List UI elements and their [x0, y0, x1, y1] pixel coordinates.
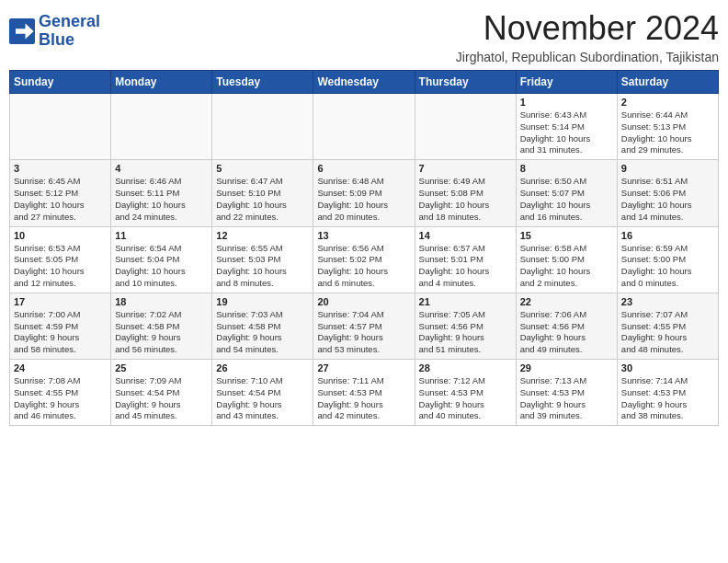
day-number: 11 [115, 230, 208, 241]
day-info: Sunrise: 7:08 AM Sunset: 4:55 PM Dayligh… [14, 375, 107, 422]
calendar-day-cell: 6Sunrise: 6:48 AM Sunset: 5:09 PM Daylig… [313, 160, 415, 226]
weekday-header-sunday: Sunday [10, 71, 111, 94]
page-header: General Blue November 2024 Jirghatol, Re… [9, 9, 719, 64]
day-number: 26 [216, 362, 309, 373]
calendar-day-cell: 17Sunrise: 7:00 AM Sunset: 4:59 PM Dayli… [10, 293, 111, 359]
day-number: 23 [621, 296, 714, 307]
day-info: Sunrise: 7:11 AM Sunset: 4:53 PM Dayligh… [317, 375, 410, 422]
day-info: Sunrise: 6:58 AM Sunset: 5:00 PM Dayligh… [520, 243, 613, 290]
day-info: Sunrise: 6:59 AM Sunset: 5:00 PM Dayligh… [621, 243, 714, 290]
day-number: 4 [115, 163, 208, 174]
day-info: Sunrise: 7:13 AM Sunset: 4:53 PM Dayligh… [520, 375, 613, 422]
day-number: 18 [115, 296, 208, 307]
calendar-day-cell: 14Sunrise: 6:57 AM Sunset: 5:01 PM Dayli… [415, 226, 516, 293]
day-info: Sunrise: 7:06 AM Sunset: 4:56 PM Dayligh… [520, 309, 613, 356]
day-number: 8 [520, 163, 613, 174]
weekday-header-friday: Friday [516, 71, 617, 94]
day-number: 28 [419, 362, 512, 373]
weekday-header-wednesday: Wednesday [313, 71, 415, 94]
day-number: 30 [621, 362, 714, 373]
calendar-day-cell: 7Sunrise: 6:49 AM Sunset: 5:08 PM Daylig… [415, 160, 516, 226]
calendar-table: SundayMondayTuesdayWednesdayThursdayFrid… [9, 70, 719, 426]
day-info: Sunrise: 7:14 AM Sunset: 4:53 PM Dayligh… [621, 375, 714, 422]
day-number: 9 [621, 163, 714, 174]
calendar-day-cell: 24Sunrise: 7:08 AM Sunset: 4:55 PM Dayli… [10, 360, 111, 426]
weekday-header-monday: Monday [111, 71, 212, 94]
day-info: Sunrise: 7:03 AM Sunset: 4:58 PM Dayligh… [216, 309, 309, 356]
day-number: 19 [216, 296, 309, 307]
calendar-day-cell: 30Sunrise: 7:14 AM Sunset: 4:53 PM Dayli… [617, 360, 718, 426]
day-info: Sunrise: 6:55 AM Sunset: 5:03 PM Dayligh… [216, 243, 309, 290]
day-number: 5 [216, 163, 309, 174]
month-title: November 2024 [456, 9, 719, 48]
weekday-header-saturday: Saturday [617, 71, 718, 94]
weekday-header-tuesday: Tuesday [212, 71, 313, 94]
calendar-day-cell: 10Sunrise: 6:53 AM Sunset: 5:05 PM Dayli… [10, 226, 111, 293]
day-info: Sunrise: 7:02 AM Sunset: 4:58 PM Dayligh… [115, 309, 208, 356]
calendar-empty-cell [313, 94, 415, 160]
calendar-day-cell: 23Sunrise: 7:07 AM Sunset: 4:55 PM Dayli… [617, 293, 718, 359]
day-number: 24 [14, 362, 107, 373]
calendar-day-cell: 25Sunrise: 7:09 AM Sunset: 4:54 PM Dayli… [111, 360, 212, 426]
day-info: Sunrise: 7:00 AM Sunset: 4:59 PM Dayligh… [14, 309, 107, 356]
calendar-empty-cell [10, 94, 111, 160]
calendar-empty-cell [111, 94, 212, 160]
day-number: 20 [317, 296, 410, 307]
calendar-empty-cell [212, 94, 313, 160]
calendar-day-cell: 12Sunrise: 6:55 AM Sunset: 5:03 PM Dayli… [212, 226, 313, 293]
day-number: 29 [520, 362, 613, 373]
day-number: 2 [621, 97, 714, 108]
calendar-day-cell: 20Sunrise: 7:04 AM Sunset: 4:57 PM Dayli… [313, 293, 415, 359]
day-number: 17 [14, 296, 107, 307]
calendar-week-row: 3Sunrise: 6:45 AM Sunset: 5:12 PM Daylig… [10, 160, 719, 226]
calendar-day-cell: 13Sunrise: 6:56 AM Sunset: 5:02 PM Dayli… [313, 226, 415, 293]
day-number: 25 [115, 362, 208, 373]
day-info: Sunrise: 6:57 AM Sunset: 5:01 PM Dayligh… [419, 243, 512, 290]
calendar-day-cell: 21Sunrise: 7:05 AM Sunset: 4:56 PM Dayli… [415, 293, 516, 359]
logo-text: General Blue [39, 13, 100, 50]
day-info: Sunrise: 6:48 AM Sunset: 5:09 PM Dayligh… [317, 176, 410, 223]
day-info: Sunrise: 6:43 AM Sunset: 5:14 PM Dayligh… [520, 109, 613, 156]
day-number: 12 [216, 230, 309, 241]
day-info: Sunrise: 7:10 AM Sunset: 4:54 PM Dayligh… [216, 375, 309, 422]
calendar-week-row: 1Sunrise: 6:43 AM Sunset: 5:14 PM Daylig… [10, 94, 719, 160]
calendar-day-cell: 9Sunrise: 6:51 AM Sunset: 5:06 PM Daylig… [617, 160, 718, 226]
calendar-day-cell: 26Sunrise: 7:10 AM Sunset: 4:54 PM Dayli… [212, 360, 313, 426]
logo-icon [9, 18, 35, 44]
calendar-day-cell: 3Sunrise: 6:45 AM Sunset: 5:12 PM Daylig… [10, 160, 111, 226]
calendar-header-row: SundayMondayTuesdayWednesdayThursdayFrid… [10, 71, 719, 94]
day-number: 1 [520, 97, 613, 108]
calendar-day-cell: 28Sunrise: 7:12 AM Sunset: 4:53 PM Dayli… [415, 360, 516, 426]
day-info: Sunrise: 6:47 AM Sunset: 5:10 PM Dayligh… [216, 176, 309, 223]
day-info: Sunrise: 6:49 AM Sunset: 5:08 PM Dayligh… [419, 176, 512, 223]
day-number: 27 [317, 362, 410, 373]
day-number: 6 [317, 163, 410, 174]
location: Jirghatol, Republican Subordination, Taj… [456, 50, 719, 64]
day-info: Sunrise: 6:56 AM Sunset: 5:02 PM Dayligh… [317, 243, 410, 290]
day-info: Sunrise: 7:07 AM Sunset: 4:55 PM Dayligh… [621, 309, 714, 356]
day-number: 22 [520, 296, 613, 307]
day-info: Sunrise: 7:05 AM Sunset: 4:56 PM Dayligh… [419, 309, 512, 356]
calendar-day-cell: 2Sunrise: 6:44 AM Sunset: 5:13 PM Daylig… [617, 94, 718, 160]
day-number: 3 [14, 163, 107, 174]
calendar-day-cell: 29Sunrise: 7:13 AM Sunset: 4:53 PM Dayli… [516, 360, 617, 426]
day-info: Sunrise: 6:46 AM Sunset: 5:11 PM Dayligh… [115, 176, 208, 223]
calendar-day-cell: 1Sunrise: 6:43 AM Sunset: 5:14 PM Daylig… [516, 94, 617, 160]
calendar-day-cell: 11Sunrise: 6:54 AM Sunset: 5:04 PM Dayli… [111, 226, 212, 293]
day-info: Sunrise: 7:04 AM Sunset: 4:57 PM Dayligh… [317, 309, 410, 356]
day-number: 14 [419, 230, 512, 241]
calendar-empty-cell [415, 94, 516, 160]
calendar-day-cell: 19Sunrise: 7:03 AM Sunset: 4:58 PM Dayli… [212, 293, 313, 359]
calendar-day-cell: 27Sunrise: 7:11 AM Sunset: 4:53 PM Dayli… [313, 360, 415, 426]
day-info: Sunrise: 7:12 AM Sunset: 4:53 PM Dayligh… [419, 375, 512, 422]
day-info: Sunrise: 6:54 AM Sunset: 5:04 PM Dayligh… [115, 243, 208, 290]
day-info: Sunrise: 6:45 AM Sunset: 5:12 PM Dayligh… [14, 176, 107, 223]
calendar-day-cell: 4Sunrise: 6:46 AM Sunset: 5:11 PM Daylig… [111, 160, 212, 226]
calendar-day-cell: 18Sunrise: 7:02 AM Sunset: 4:58 PM Dayli… [111, 293, 212, 359]
calendar-week-row: 17Sunrise: 7:00 AM Sunset: 4:59 PM Dayli… [10, 293, 719, 359]
day-number: 15 [520, 230, 613, 241]
day-number: 10 [14, 230, 107, 241]
calendar-day-cell: 8Sunrise: 6:50 AM Sunset: 5:07 PM Daylig… [516, 160, 617, 226]
day-number: 16 [621, 230, 714, 241]
calendar-day-cell: 15Sunrise: 6:58 AM Sunset: 5:00 PM Dayli… [516, 226, 617, 293]
